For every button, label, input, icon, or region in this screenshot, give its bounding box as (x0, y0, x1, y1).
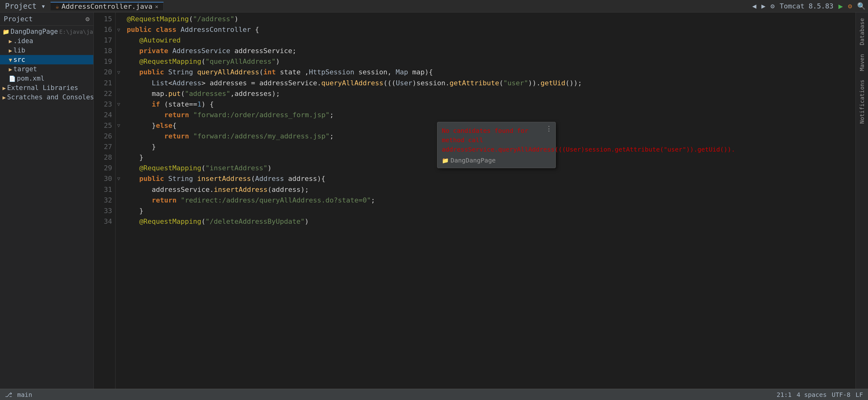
code-line-23: if (state==1) { (127, 99, 856, 110)
tree-item-scratches[interactable]: ▶ Scratches and Consoles (0, 92, 93, 102)
status-bar-left: ⎇ main (5, 391, 770, 398)
tooltip-popup: No candidates found for method call addr… (437, 122, 556, 168)
tree-item-external-libraries[interactable]: ▶ External Libraries (0, 83, 93, 92)
sidebar-settings-icon[interactable]: ⚙ (86, 15, 90, 23)
code-line-20: public String queryAllAddress(int state … (127, 67, 856, 78)
active-tab-label: AddressController.java (62, 2, 152, 10)
run-config-label[interactable]: Tomcat 8.5.83 (780, 2, 833, 10)
right-tab-notifications[interactable]: Notifications (857, 77, 866, 127)
fold-30[interactable]: ▽ (116, 173, 122, 184)
tooltip-project-icon: 📁 (442, 157, 449, 164)
code-scroll[interactable]: @RequestMapping("/address") public class… (122, 12, 856, 389)
top-bar: Project ▾ ☕ AddressController.java ✕ ◀ ▶… (0, 0, 868, 12)
line-num-20: 20 (104, 67, 113, 78)
scratches-icon: ▶ (2, 94, 6, 101)
line-num-16: 16 (104, 24, 113, 35)
tree-item-pomxml[interactable]: 📄 pom.xml (0, 74, 93, 83)
right-panel: Database Maven Notifications (856, 12, 868, 389)
code-line-34: @RequestMapping("/deleteAddressByUpdate"… (127, 216, 856, 227)
line-num-26: 26 (104, 131, 113, 142)
settings-icon[interactable]: ⚙ (771, 2, 775, 10)
code-line-16: public class AddressController { (127, 24, 856, 35)
line-num-33: 33 (104, 206, 113, 216)
project-menu[interactable]: Project ▾ (2, 1, 48, 11)
tab-bar: ☕ AddressController.java ✕ (51, 2, 164, 10)
line-num-23: 23 (104, 99, 113, 110)
top-bar-left: Project ▾ ☕ AddressController.java ✕ (2, 1, 752, 11)
right-tab-database[interactable]: Database (857, 15, 866, 49)
tooltip-more-icon[interactable]: ⋮ (546, 125, 552, 133)
code-line-31: addressService.insertAddress(address); (127, 184, 856, 195)
target-label: target (13, 65, 37, 73)
code-line-15: @RequestMapping("/address") (127, 14, 856, 24)
target-folder-icon: ▶ (9, 66, 12, 73)
line-numbers: 15 16 17 18 19 20 21 22 23 24 25 26 27 2… (94, 12, 116, 389)
lib-folder-icon: ▶ (9, 47, 12, 54)
sidebar-tree: 📁 DangDangPage E:\java\javaprogram\DangD… (0, 26, 93, 389)
line-num-15: 15 (104, 14, 113, 24)
sidebar-title: Project (4, 15, 33, 23)
code-line-32: return "redirect:/address/queryAllAddres… (127, 195, 856, 206)
fold-25[interactable]: ▽ (116, 120, 122, 131)
tooltip-project-info: 📁 DangDangPage (442, 156, 551, 164)
tooltip-error-text: No candidates found for method call addr… (442, 126, 551, 154)
project-root-icon: 📁 (2, 28, 9, 35)
status-bar: ⎇ main 21:1 4 spaces UTF-8 LF (0, 389, 868, 400)
code-line-19: @RequestMapping("queryAllAddress") (127, 56, 856, 67)
external-lib-icon: ▶ (2, 85, 6, 91)
line-num-28: 28 (104, 152, 113, 163)
tab-addresscontroller-active[interactable]: ☕ AddressController.java ✕ (51, 2, 164, 10)
code-line-30: public String insertAddress(Address addr… (127, 173, 856, 184)
back-icon[interactable]: ◀ (752, 2, 756, 10)
line-num-25: 25 (104, 120, 113, 131)
editor-area: 15 16 17 18 19 20 21 22 23 24 25 26 27 2… (94, 12, 856, 389)
fold-column: ▽ ▽ ▽ ▽ ▽ (116, 12, 122, 389)
tree-item-idea[interactable]: ▶ .idea (0, 36, 93, 46)
java-file-icon: ☕ (56, 3, 59, 10)
top-bar-right: ◀ ▶ ⚙ Tomcat 8.5.83 ▶ ⚙ 🔍 (752, 2, 866, 11)
right-tab-maven[interactable]: Maven (857, 51, 866, 74)
code-line-18: private AddressService addressService; (127, 46, 856, 56)
encoding-label: UTF-8 (832, 391, 850, 398)
line-num-18: 18 (104, 46, 113, 56)
close-tab-icon[interactable]: ✕ (155, 3, 158, 10)
pomxml-icon: 📄 (9, 75, 16, 82)
line-num-34: 34 (104, 216, 113, 227)
code-line-22: map.put("addresses",addresses); (127, 88, 856, 99)
sidebar-header: Project ⚙ (0, 12, 93, 26)
run-icon[interactable]: ▶ (838, 2, 843, 11)
line-num-21: 21 (104, 78, 113, 88)
cursor-position: 21:1 (777, 391, 792, 398)
fold-23[interactable]: ▽ (116, 99, 122, 109)
main-layout: Project ⚙ 📁 DangDangPage E:\java\javapro… (0, 12, 868, 389)
idea-folder-icon: ▶ (9, 38, 12, 45)
line-sep-label: LF (856, 391, 863, 398)
line-num-30: 30 (104, 173, 113, 184)
external-libraries-label: External Libraries (7, 84, 79, 91)
tree-item-lib[interactable]: ▶ lib (0, 46, 93, 55)
line-num-27: 27 (104, 142, 113, 152)
line-num-24: 24 (104, 110, 113, 120)
indent-label: 4 spaces (797, 391, 827, 398)
tree-item-dangdangpage[interactable]: 📁 DangDangPage E:\java\javaprogram\DangD… (0, 27, 93, 36)
tree-item-src[interactable]: ▼ src (0, 55, 93, 64)
fold-16[interactable]: ▽ (116, 24, 122, 35)
sidebar: Project ⚙ 📁 DangDangPage E:\java\javapro… (0, 12, 94, 389)
pomxml-label: pom.xml (17, 75, 45, 82)
code-line-24: return "forward:/order/address_form.jsp"… (127, 110, 856, 120)
project-root-path: E:\java\javaprogram\DangDang (59, 28, 93, 35)
code-line-17: @Autowired (127, 35, 856, 46)
search-icon[interactable]: 🔍 (857, 2, 866, 10)
project-root-label: DangDangPage (11, 28, 58, 35)
line-num-19: 19 (104, 56, 113, 67)
tree-item-target[interactable]: ▶ target (0, 64, 93, 74)
code-container: 15 16 17 18 19 20 21 22 23 24 25 26 27 2… (94, 12, 856, 389)
tooltip-project-label: DangDangPage (451, 156, 496, 164)
fold-20[interactable]: ▽ (116, 67, 122, 78)
line-num-22: 22 (104, 88, 113, 99)
debug-icon[interactable]: ⚙ (848, 2, 852, 10)
forward-icon[interactable]: ▶ (762, 2, 766, 10)
project-label: Project (5, 2, 36, 11)
scratches-label: Scratches and Consoles (7, 93, 93, 101)
line-num-31: 31 (104, 184, 113, 195)
